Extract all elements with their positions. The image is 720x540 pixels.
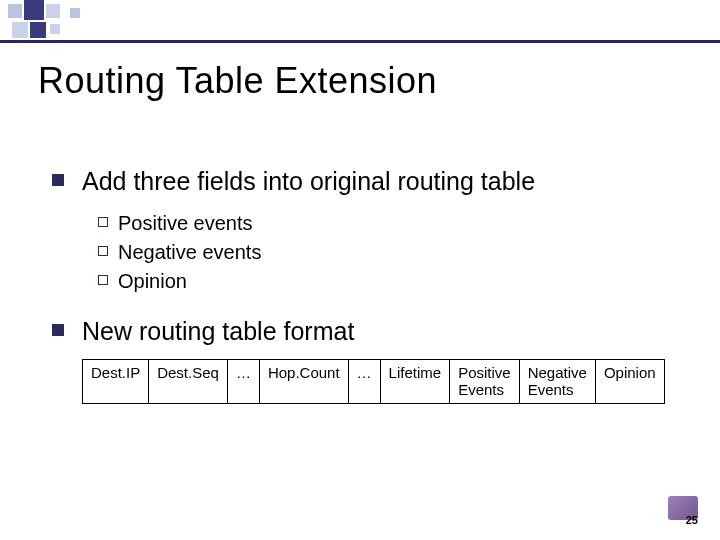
table-cell: … [227,360,259,404]
sub-text: Positive events [118,210,253,237]
table-cell: Lifetime [380,360,450,404]
bullet-square-icon [52,324,64,336]
bullet-text: New routing table format [82,315,354,348]
table-cell: NegativeEvents [519,360,595,404]
sub-item: Positive events [98,210,672,237]
footer-logo: 25 [666,496,700,526]
sub-text: Opinion [118,268,187,295]
bullet-text: Add three fields into original routing t… [82,165,535,198]
table-cell: PositiveEvents [450,360,520,404]
table-cell: … [348,360,380,404]
table-cell: Opinion [595,360,664,404]
hollow-square-icon [98,275,108,285]
table: Dest.IP Dest.Seq … Hop.Count … Lifetime … [82,359,665,404]
table-cell: Dest.IP [83,360,149,404]
slide-title: Routing Table Extension [38,60,437,102]
sub-item: Opinion [98,268,672,295]
routing-table: Dest.IP Dest.Seq … Hop.Count … Lifetime … [82,359,672,404]
corner-decoration [0,0,200,40]
slide-content: Add three fields into original routing t… [52,165,672,404]
sub-list: Positive events Negative events Opinion [98,210,672,295]
table-row: Dest.IP Dest.Seq … Hop.Count … Lifetime … [83,360,665,404]
hollow-square-icon [98,246,108,256]
bullet-square-icon [52,174,64,186]
table-cell: Hop.Count [259,360,348,404]
bullet-item: New routing table format [52,315,672,348]
title-divider [0,40,720,43]
page-number: 25 [686,514,698,526]
table-cell: Dest.Seq [149,360,228,404]
sub-text: Negative events [118,239,261,266]
sub-item: Negative events [98,239,672,266]
bullet-item: Add three fields into original routing t… [52,165,672,198]
hollow-square-icon [98,217,108,227]
